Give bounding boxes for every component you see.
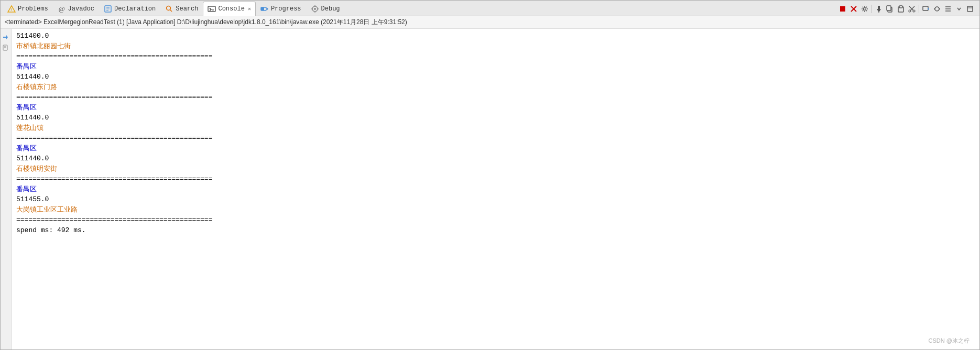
svg-line-29: [863, 6, 863, 7]
tab-problems[interactable]: ! Problems: [3, 2, 53, 16]
console-line: 番禺区: [16, 103, 975, 113]
left-margin: [1, 29, 12, 349]
svg-line-40: [909, 6, 912, 9]
console-output[interactable]: 511400.0市桥镇北丽园七街========================…: [12, 29, 979, 349]
search-icon: [165, 5, 173, 13]
tab-bar: ! Problems @ Javadoc Declaration: [1, 1, 979, 16]
tab-debug-label: Debug: [321, 5, 340, 13]
eclipse-window: ! Problems @ Javadoc Declaration: [0, 0, 980, 350]
margin-bookmark-icon: [2, 45, 10, 53]
toolbar-cut-btn[interactable]: [907, 4, 917, 14]
console-icon: [208, 5, 216, 13]
tab-console-label: Console: [218, 5, 244, 13]
svg-rect-8: [208, 6, 215, 12]
svg-point-24: [864, 7, 866, 10]
status-bar: <terminated> ExcelMergegionReadTest (1) …: [1, 16, 979, 29]
svg-marker-14: [267, 7, 268, 10]
tab-search-label: Search: [176, 5, 198, 13]
console-line: ========================================…: [16, 174, 975, 184]
svg-line-32: [863, 10, 863, 10]
console-line: 511455.0: [16, 194, 975, 205]
svg-line-7: [170, 9, 172, 12]
svg-marker-50: [934, 8, 935, 10]
svg-rect-13: [261, 7, 264, 10]
toolbar-chevron-btn[interactable]: [954, 4, 964, 14]
status-text: <terminated> ExcelMergegionReadTest (1) …: [5, 18, 407, 26]
toolbar-copy-btn[interactable]: [885, 4, 895, 14]
tab-progress[interactable]: Progress: [256, 2, 306, 16]
toolbar-sep-2: [919, 5, 919, 13]
svg-marker-49: [939, 8, 940, 10]
tab-console[interactable]: Console ✕: [203, 2, 255, 16]
progress-icon: [260, 5, 269, 13]
debug-icon: [311, 5, 319, 13]
console-line: ========================================…: [16, 51, 975, 62]
console-line: ========================================…: [16, 215, 975, 225]
console-line: 511440.0: [16, 154, 975, 164]
toolbar-tools-btn[interactable]: [859, 4, 870, 14]
svg-point-16: [314, 8, 316, 10]
toolbar-new-btn[interactable]: [921, 4, 931, 14]
svg-line-31: [866, 6, 867, 7]
tab-declaration[interactable]: Declaration: [99, 2, 160, 16]
console-line: 511400.0: [16, 31, 975, 41]
tab-javadoc-label: Javadoc: [68, 5, 94, 13]
console-line: 511440.0: [16, 72, 975, 82]
svg-rect-39: [899, 6, 902, 8]
toolbar-restore-btn[interactable]: [965, 4, 975, 14]
tab-bar-spacer: [345, 2, 835, 16]
svg-line-41: [912, 6, 914, 9]
problems-icon: !: [7, 5, 16, 13]
console-line: ========================================…: [16, 133, 975, 144]
tab-progress-label: Progress: [271, 5, 301, 13]
toolbar-paste-btn[interactable]: [896, 4, 906, 14]
console-line: 石楼镇明安街: [16, 164, 975, 174]
tab-javadoc[interactable]: @ Javadoc: [53, 2, 99, 16]
console-line: 石楼镇东门路: [16, 82, 975, 93]
watermark: CSDN @冰之柠: [929, 337, 970, 345]
toolbar-pin-btn[interactable]: [874, 4, 884, 14]
margin-arrow-icon: [2, 34, 10, 42]
svg-rect-33: [878, 6, 880, 9]
svg-rect-37: [887, 6, 891, 10]
tab-search[interactable]: Search: [160, 2, 203, 16]
svg-line-45: [912, 9, 913, 10]
toolbar-view-btn[interactable]: [943, 4, 953, 14]
console-line: 大岗镇工业区工业路: [16, 205, 975, 215]
javadoc-icon: @: [58, 5, 66, 13]
toolbar-sep-1: [872, 5, 872, 13]
console-line: 莲花山镇: [16, 123, 975, 134]
svg-point-6: [167, 6, 171, 10]
toolbar-close-btn[interactable]: [848, 4, 859, 14]
tab-console-close[interactable]: ✕: [248, 6, 251, 12]
svg-rect-54: [967, 6, 973, 12]
svg-rect-46: [923, 6, 928, 10]
toolbar-right: [835, 2, 977, 16]
console-line: 番禺区: [16, 62, 975, 72]
svg-line-30: [866, 10, 867, 10]
svg-rect-21: [840, 6, 845, 12]
tab-problems-label: Problems: [18, 5, 48, 13]
console-line: 市桥镇北丽园七街: [16, 41, 975, 52]
tab-debug[interactable]: Debug: [306, 2, 345, 16]
svg-marker-56: [3, 35, 8, 39]
console-line: spend ms: 492 ms.: [16, 225, 975, 236]
svg-marker-34: [877, 9, 881, 12]
console-line: 511440.0: [16, 113, 975, 123]
console-line: ========================================…: [16, 92, 975, 103]
toolbar-sync-btn[interactable]: [932, 4, 942, 14]
console-line: 番禺区: [16, 184, 975, 195]
toolbar-stop-btn[interactable]: [837, 4, 848, 14]
svg-text:!: !: [10, 7, 13, 12]
declaration-icon: [104, 5, 112, 13]
tab-declaration-label: Declaration: [114, 5, 156, 13]
content-area: 511400.0市桥镇北丽园七街========================…: [1, 29, 979, 349]
console-line: 番禺区: [16, 144, 975, 154]
